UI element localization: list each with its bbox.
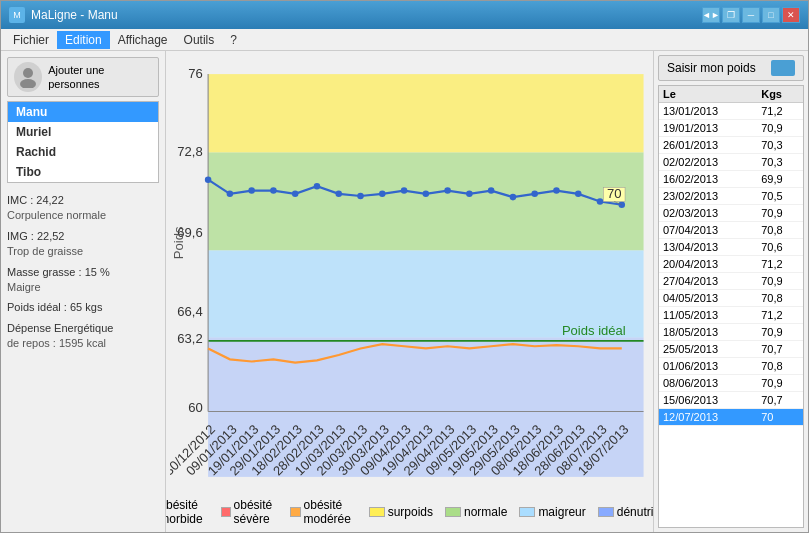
menu-edition[interactable]: Edition [57, 31, 110, 49]
weight-date: 01/06/2013 [659, 358, 757, 375]
stats-panel: IMC : 24,22 Corpulence normale IMG : 22,… [7, 193, 159, 354]
svg-point-40 [270, 187, 277, 194]
weight-table-row[interactable]: 20/04/201371,2 [659, 256, 803, 273]
weight-table[interactable]: Le Kgs 13/01/201371,219/01/201370,926/01… [658, 85, 804, 528]
weight-date: 23/02/2013 [659, 188, 757, 205]
weight-date: 04/05/2013 [659, 290, 757, 307]
legend-obesite-moderee: obésité modérée [290, 498, 356, 526]
weight-kg: 71,2 [757, 103, 803, 120]
weight-date: 16/02/2013 [659, 171, 757, 188]
legend-obesite-morbide: obésité morbide [166, 498, 209, 526]
weight-kg: 70,3 [757, 154, 803, 171]
window-controls: ◄► ❐ ─ □ ✕ [702, 7, 800, 23]
weight-kg: 70,9 [757, 120, 803, 137]
minimize-btn[interactable]: ─ [742, 7, 760, 23]
svg-rect-3 [208, 152, 643, 250]
weight-table-row[interactable]: 13/01/201371,2 [659, 103, 803, 120]
weight-table-row[interactable]: 13/04/201370,6 [659, 239, 803, 256]
close-btn[interactable]: ✕ [782, 7, 800, 23]
weight-kg: 71,2 [757, 307, 803, 324]
svg-point-51 [510, 194, 517, 201]
weight-table-row[interactable]: 04/05/201370,8 [659, 290, 803, 307]
svg-text:60: 60 [188, 400, 203, 415]
weight-table-row[interactable]: 02/03/201370,9 [659, 205, 803, 222]
legend-maigreur: maigreur [519, 505, 585, 519]
imc-group: IMC : 24,22 Corpulence normale [7, 193, 159, 224]
weight-kg: 70,9 [757, 375, 803, 392]
weight-table-row[interactable]: 23/02/201370,5 [659, 188, 803, 205]
legend-color-maigreur [519, 507, 535, 517]
svg-point-55 [597, 198, 604, 205]
weight-date: 07/04/2013 [659, 222, 757, 239]
svg-point-52 [531, 191, 538, 198]
svg-point-0 [23, 68, 33, 78]
weight-table-row[interactable]: 08/06/201370,9 [659, 375, 803, 392]
legend-label-denutrition: dénutrition [617, 505, 653, 519]
scale-icon [771, 60, 795, 76]
menu-help[interactable]: ? [222, 31, 245, 49]
person-item-manu[interactable]: Manu [8, 102, 158, 122]
back-forward-btn[interactable]: ◄► [702, 7, 720, 23]
weight-table-row[interactable]: 26/01/201370,3 [659, 137, 803, 154]
person-item-rachid[interactable]: Rachid [8, 142, 158, 162]
legend-normale: normale [445, 505, 507, 519]
weight-kg: 70,7 [757, 392, 803, 409]
svg-text:76: 76 [188, 66, 203, 81]
imc-label: IMC : 24,22 [7, 193, 159, 208]
person-item-tibo[interactable]: Tibo [8, 162, 158, 182]
weight-kg: 70,8 [757, 290, 803, 307]
svg-text:63,2: 63,2 [177, 331, 202, 346]
legend-surpoids: surpoids [369, 505, 433, 519]
weight-table-row[interactable]: 18/05/201370,9 [659, 324, 803, 341]
legend-color-surpoids [369, 507, 385, 517]
menu-outils[interactable]: Outils [176, 31, 223, 49]
svg-point-49 [466, 191, 473, 198]
svg-point-41 [292, 191, 299, 198]
svg-point-1 [20, 79, 36, 88]
weight-date: 13/01/2013 [659, 103, 757, 120]
poids-ideal-group: Poids idéal : 65 kgs [7, 300, 159, 315]
weight-table-row[interactable]: 02/02/201370,3 [659, 154, 803, 171]
legend-color-obesite-moderee [290, 507, 300, 517]
legend-color-obesite-severe [221, 507, 231, 517]
weight-table-row[interactable]: 16/02/201369,9 [659, 171, 803, 188]
img-label: IMG : 22,52 [7, 229, 159, 244]
svg-text:66,4: 66,4 [177, 304, 202, 319]
person-item-muriel[interactable]: Muriel [8, 122, 158, 142]
weight-table-row[interactable]: 15/06/201370,7 [659, 392, 803, 409]
svg-point-39 [248, 187, 255, 194]
add-person-button[interactable]: Ajouter une personnes [7, 57, 159, 97]
weight-table-row[interactable]: 25/05/201370,7 [659, 341, 803, 358]
titlebar: M MaLigne - Manu ◄► ❐ ─ □ ✕ [1, 1, 808, 29]
person-list: Manu Muriel Rachid Tibo [7, 101, 159, 183]
maximize-btn[interactable]: □ [762, 7, 780, 23]
masse-group: Masse grasse : 15 % Maigre [7, 265, 159, 296]
svg-point-38 [227, 191, 234, 198]
svg-text:Poids: Poids [171, 226, 186, 259]
weight-kg: 70,9 [757, 205, 803, 222]
svg-text:Poids idéal: Poids idéal [562, 323, 626, 338]
legend-label-obesite-severe: obésité sévère [234, 498, 279, 526]
weight-date: 12/07/2013 [659, 409, 757, 426]
saisir-label: Saisir mon poids [667, 61, 756, 75]
weight-table-row[interactable]: 19/01/201370,9 [659, 120, 803, 137]
weight-table-row[interactable]: 11/05/201371,2 [659, 307, 803, 324]
weight-kg: 69,9 [757, 171, 803, 188]
restore-btn[interactable]: ❐ [722, 7, 740, 23]
legend-color-normale [445, 507, 461, 517]
weight-table-row[interactable]: 07/04/201370,8 [659, 222, 803, 239]
depense-sub: de repos : 1595 kcal [7, 336, 159, 351]
legend-label-maigreur: maigreur [538, 505, 585, 519]
saisir-poids-button[interactable]: Saisir mon poids [658, 55, 804, 81]
weight-date: 11/05/2013 [659, 307, 757, 324]
weight-table-row[interactable]: 27/04/201370,9 [659, 273, 803, 290]
add-person-label: Ajouter une personnes [48, 63, 152, 92]
poids-ideal-label: Poids idéal : 65 kgs [7, 300, 159, 315]
svg-text:70: 70 [607, 186, 622, 201]
menu-affichage[interactable]: Affichage [110, 31, 176, 49]
weight-date: 13/04/2013 [659, 239, 757, 256]
weight-table-row[interactable]: 12/07/201370 [659, 409, 803, 426]
weight-table-row[interactable]: 01/06/201370,8 [659, 358, 803, 375]
menu-fichier[interactable]: Fichier [5, 31, 57, 49]
person-icon [14, 62, 42, 92]
